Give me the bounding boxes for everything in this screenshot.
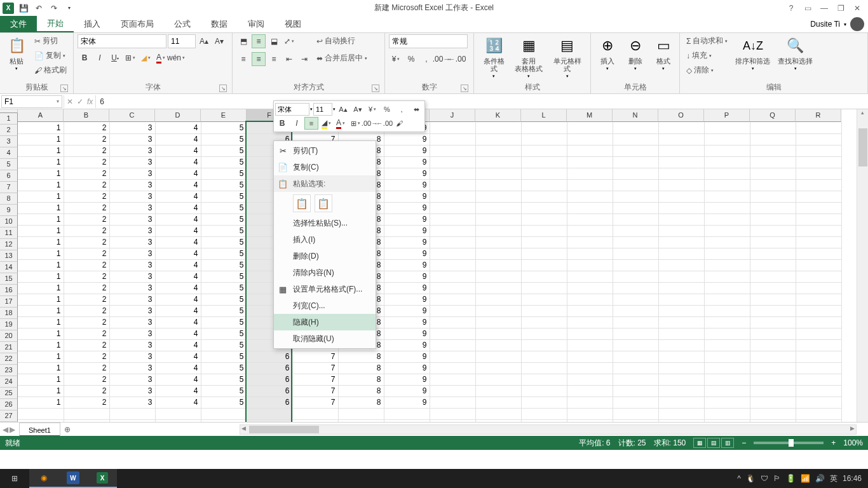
tab-data[interactable]: 数据 <box>201 16 238 32</box>
cell[interactable] <box>521 225 567 236</box>
align-left-icon[interactable]: ≡ <box>236 52 250 66</box>
currency-icon[interactable]: ¥ <box>389 52 403 66</box>
cell[interactable] <box>475 294 521 305</box>
cell[interactable]: 3 <box>109 351 155 362</box>
cell[interactable]: 5 <box>201 191 247 202</box>
cell[interactable]: 2 <box>64 248 109 259</box>
cell[interactable]: 1 <box>18 294 64 305</box>
cell[interactable]: 3 <box>109 328 155 339</box>
fill-button[interactable]: ↓填充▾ <box>684 49 730 62</box>
row-header-24[interactable]: 24 <box>0 376 18 388</box>
cell[interactable] <box>750 328 796 339</box>
cell[interactable] <box>750 259 796 271</box>
cell[interactable] <box>567 202 613 214</box>
cell[interactable]: 1 <box>18 339 64 351</box>
mini-font-size[interactable] <box>313 103 332 116</box>
paste-default-icon[interactable]: 📋 <box>293 194 311 212</box>
row-header-15[interactable]: 15 <box>0 273 18 285</box>
row-header-2[interactable]: 2 <box>0 125 18 136</box>
cell[interactable] <box>567 214 613 225</box>
cell[interactable] <box>613 214 658 225</box>
cell[interactable]: 2 <box>64 362 109 374</box>
increase-font-icon[interactable]: A▴ <box>197 34 211 48</box>
cell[interactable] <box>750 122 796 133</box>
cell[interactable]: 1 <box>18 156 64 168</box>
cell[interactable] <box>430 236 475 248</box>
qat-customize-icon[interactable]: ▾ <box>62 1 76 15</box>
cell[interactable] <box>521 374 567 385</box>
percent-icon[interactable]: % <box>404 52 418 66</box>
orientation-icon[interactable]: ⤢ <box>282 34 296 48</box>
cell[interactable] <box>658 133 704 145</box>
mini-italic-icon[interactable]: I <box>290 117 304 130</box>
cell[interactable] <box>613 122 658 133</box>
cell[interactable]: 9 <box>384 396 430 408</box>
cell[interactable]: 5 <box>201 294 247 305</box>
cell[interactable] <box>521 191 567 202</box>
delete-cells-button[interactable]: ⊖删除▾ <box>623 34 648 72</box>
cell[interactable] <box>658 145 704 156</box>
cell[interactable] <box>430 385 475 396</box>
taskbar-firefox[interactable]: ◉ <box>29 469 58 488</box>
cell[interactable] <box>430 145 475 156</box>
cell[interactable] <box>430 202 475 214</box>
cm-cut[interactable]: ✂剪切(T) <box>274 142 376 159</box>
cell[interactable] <box>521 396 567 408</box>
cell[interactable]: 4 <box>155 396 201 408</box>
cell[interactable] <box>521 328 567 339</box>
row-header-13[interactable]: 13 <box>0 250 18 262</box>
cell[interactable] <box>613 179 658 191</box>
cell[interactable] <box>796 305 841 316</box>
cell[interactable] <box>658 385 704 396</box>
cell[interactable] <box>658 236 704 248</box>
row-header-20[interactable]: 20 <box>0 330 18 342</box>
cell[interactable]: 3 <box>109 202 155 214</box>
format-cells-button[interactable]: ▭格式▾ <box>651 34 676 72</box>
cell[interactable]: 1 <box>18 168 64 179</box>
v-scroll-thumb[interactable] <box>858 128 867 166</box>
cell[interactable] <box>567 351 613 362</box>
cell[interactable] <box>475 362 521 374</box>
cell[interactable]: 9 <box>384 305 430 316</box>
copy-button[interactable]: 📄复制▾ <box>32 49 69 62</box>
h-scroll-thumb[interactable] <box>249 426 319 433</box>
cell[interactable] <box>475 305 521 316</box>
font-launcher[interactable]: ↘ <box>219 85 227 92</box>
align-center-icon[interactable]: ≡ <box>252 52 266 66</box>
cell[interactable] <box>796 191 841 202</box>
cell[interactable]: 9 <box>384 294 430 305</box>
cell[interactable] <box>796 259 841 271</box>
cell[interactable] <box>704 271 750 282</box>
clipboard-launcher[interactable]: ↘ <box>60 85 68 92</box>
cell[interactable] <box>704 374 750 385</box>
cell[interactable]: 1 <box>18 145 64 156</box>
tab-page-layout[interactable]: 页面布局 <box>111 16 164 32</box>
cell[interactable] <box>796 168 841 179</box>
mini-bold-icon[interactable]: B <box>275 117 289 130</box>
cell[interactable] <box>796 294 841 305</box>
cell[interactable]: 1 <box>18 259 64 271</box>
horizontal-scrollbar[interactable]: ◀ ▶ <box>240 424 857 435</box>
cell[interactable]: 2 <box>64 396 109 408</box>
cell[interactable] <box>704 328 750 339</box>
cell[interactable] <box>567 259 613 271</box>
cell[interactable] <box>567 294 613 305</box>
cell[interactable]: 1 <box>18 191 64 202</box>
cm-paste-special[interactable]: 选择性粘贴(S)... <box>274 215 376 231</box>
cell[interactable]: 1 <box>18 385 64 396</box>
cell[interactable]: 3 <box>109 271 155 282</box>
cell[interactable] <box>658 316 704 328</box>
cell[interactable]: 4 <box>155 191 201 202</box>
align-top-icon[interactable]: ⬒ <box>236 34 250 48</box>
cell[interactable] <box>613 191 658 202</box>
cell[interactable] <box>475 236 521 248</box>
tray-network-icon[interactable]: 📶 <box>801 474 810 483</box>
cell[interactable] <box>750 168 796 179</box>
cell[interactable]: 3 <box>109 282 155 294</box>
cell[interactable] <box>658 225 704 236</box>
cell[interactable]: 5 <box>201 133 247 145</box>
view-page-break-icon[interactable]: ▥ <box>721 438 734 448</box>
cell[interactable] <box>521 179 567 191</box>
cell[interactable]: 2 <box>64 271 109 282</box>
cell[interactable] <box>475 339 521 351</box>
